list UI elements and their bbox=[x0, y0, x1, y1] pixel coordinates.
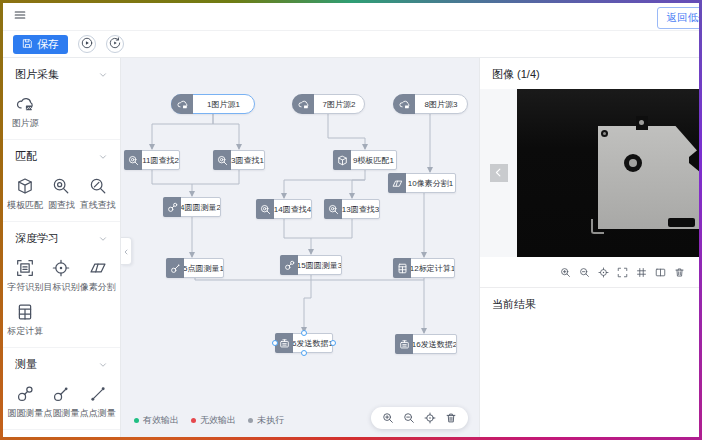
flow-node-label: 1图片源1 bbox=[193, 95, 254, 113]
section-header[interactable]: 深度学习 bbox=[3, 227, 120, 250]
flow-edge-7-9 bbox=[328, 114, 365, 149]
menu-icon[interactable] bbox=[13, 8, 27, 25]
flow-node-13[interactable]: 13圆查找3 bbox=[324, 199, 380, 219]
section-title: 匹配 bbox=[15, 149, 37, 164]
flow-node-10[interactable]: 10像素分割1 bbox=[388, 173, 456, 193]
compare-icon[interactable] bbox=[655, 267, 666, 278]
grid-icon[interactable] bbox=[636, 267, 647, 278]
tool-item-pixel-segment[interactable]: 像素分割 bbox=[80, 257, 116, 294]
trash-icon[interactable] bbox=[674, 267, 685, 278]
template-match-icon bbox=[16, 175, 34, 196]
top-bar: 返回低代码 bbox=[3, 3, 699, 31]
flow-edges bbox=[121, 58, 479, 437]
zoom-in-icon[interactable] bbox=[382, 412, 394, 424]
calibration-icon bbox=[16, 301, 34, 322]
tool-item-ocr[interactable]: 字符识别 bbox=[7, 257, 43, 294]
section-header[interactable]: 图片采集 bbox=[3, 63, 120, 86]
flow-edge-11-4 bbox=[152, 170, 192, 196]
selection-handle-3[interactable] bbox=[330, 340, 336, 346]
inspection-image[interactable] bbox=[517, 89, 699, 257]
current-result-title: 当前结果 bbox=[480, 288, 699, 321]
plate-center-ring bbox=[624, 154, 642, 172]
flow-node-label: 11圆查找2 bbox=[142, 151, 179, 169]
flow-node-8[interactable]: 8图片源3 bbox=[393, 94, 468, 114]
main-area: 图片采集图片源匹配模板匹配圆查找直线查找深度学习字符识别目标识别像素分割标定计算… bbox=[3, 58, 699, 437]
tool-item-template-match[interactable]: 模板匹配 bbox=[7, 175, 43, 212]
flow-node-7[interactable]: 7图片源2 bbox=[292, 94, 365, 114]
tool-item-label: 直线查找 bbox=[80, 199, 116, 212]
flow-node-3[interactable]: 3圆查找1 bbox=[213, 150, 265, 170]
chevron-left-icon bbox=[493, 166, 504, 181]
zoom-out-icon[interactable] bbox=[579, 267, 590, 278]
locate-icon[interactable] bbox=[598, 267, 609, 278]
flow-node-4[interactable]: 4圆圆测量2 bbox=[163, 197, 221, 217]
sidebar-section: 测量圆圆测量点圆测量点点测量 bbox=[3, 348, 120, 430]
zoom-out-icon[interactable] bbox=[403, 412, 415, 424]
status-legend: 有效输出无效输出未执行 bbox=[134, 414, 284, 427]
metal-plate bbox=[598, 126, 699, 229]
locate-icon[interactable] bbox=[424, 412, 436, 424]
tool-item-measure-pp[interactable]: 点点测量 bbox=[80, 383, 116, 420]
plate-bottom-notch bbox=[668, 218, 695, 227]
zoom-in-icon[interactable] bbox=[560, 267, 571, 278]
image-source-icon bbox=[16, 93, 34, 114]
flow-edge-1-11 bbox=[152, 114, 213, 149]
run-button[interactable] bbox=[78, 35, 96, 53]
selection-handle-0[interactable] bbox=[301, 330, 307, 336]
plate-top-bracket bbox=[636, 116, 648, 130]
tool-item-label: 点圆测量 bbox=[43, 407, 79, 420]
object-detect-icon bbox=[52, 257, 70, 278]
image-source-icon bbox=[292, 94, 314, 114]
flow-node-14[interactable]: 14圆查找4 bbox=[256, 199, 312, 219]
run-once-button[interactable] bbox=[106, 35, 124, 53]
flow-node-9[interactable]: 9模板匹配1 bbox=[333, 150, 397, 170]
tool-item-measure-cc[interactable]: 圆圆测量 bbox=[7, 383, 43, 420]
selection-handle-2[interactable] bbox=[272, 340, 278, 346]
image-source-icon bbox=[393, 94, 415, 114]
section-items: 字符识别目标识别像素分割标定计算 bbox=[3, 250, 120, 338]
flow-node-label: 16发送数据2 bbox=[413, 335, 456, 353]
flow-node-16[interactable]: 16发送数据2 bbox=[395, 334, 457, 354]
tool-item-label: 字符识别 bbox=[7, 281, 43, 294]
selection-handle-1[interactable] bbox=[301, 350, 307, 356]
fullscreen-icon[interactable] bbox=[617, 267, 628, 278]
sidebar-section: 深度学习字符识别目标识别像素分割标定计算 bbox=[3, 222, 120, 348]
sidebar-collapse-handle[interactable] bbox=[121, 237, 132, 265]
section-items: 圆圆测量点圆测量点点测量 bbox=[3, 376, 120, 420]
flow-edge-9-13 bbox=[352, 180, 365, 198]
tool-item-measure-pc[interactable]: 点圆测量 bbox=[43, 383, 79, 420]
collapse-icon bbox=[122, 242, 130, 260]
section-title: 深度学习 bbox=[15, 231, 59, 246]
section-header[interactable]: 匹配 bbox=[3, 145, 120, 168]
canvas-zoom-controls bbox=[371, 407, 468, 429]
image-nav-strip bbox=[480, 89, 517, 257]
flow-node-12[interactable]: 12标定计算1 bbox=[393, 258, 455, 278]
flow-node-15[interactable]: 15圆圆测量3 bbox=[280, 255, 342, 275]
tool-item-circle-find[interactable]: 圆查找 bbox=[43, 175, 79, 212]
flow-node-11[interactable]: 11圆查找2 bbox=[124, 150, 180, 170]
tool-item-calibration[interactable]: 标定计算 bbox=[7, 301, 43, 338]
legend-label: 未执行 bbox=[257, 414, 284, 427]
section-header[interactable]: 通信 bbox=[3, 435, 120, 437]
legend-item: 无效输出 bbox=[191, 414, 236, 427]
flow-node-label: 4圆圆测量2 bbox=[181, 198, 220, 216]
save-button[interactable]: 保存 bbox=[13, 35, 68, 54]
prev-image-button[interactable] bbox=[490, 164, 508, 182]
flow-edge-15-6 bbox=[304, 275, 311, 332]
flow-canvas[interactable]: 有效输出无效输出未执行 1图片源17图片源28图片源311圆查找23圆查找19模… bbox=[121, 58, 479, 437]
circle-find-icon bbox=[324, 199, 342, 219]
measure-cc-icon bbox=[163, 197, 181, 217]
flow-node-5[interactable]: 5点圆测量1 bbox=[166, 258, 224, 278]
tool-item-image-source[interactable]: 图片源 bbox=[7, 93, 43, 130]
back-to-lowcode-button[interactable]: 返回低代码 bbox=[657, 7, 700, 29]
trash-icon[interactable] bbox=[445, 412, 457, 424]
tool-item-object-detect[interactable]: 目标识别 bbox=[43, 257, 79, 294]
legend-item: 未执行 bbox=[248, 414, 284, 427]
tool-item-label: 模板匹配 bbox=[7, 199, 43, 212]
legend-dot bbox=[191, 418, 196, 423]
flow-node-label: 12标定计算1 bbox=[411, 259, 454, 277]
flow-node-1[interactable]: 1图片源1 bbox=[171, 94, 255, 114]
tool-item-line-find[interactable]: 直线查找 bbox=[80, 175, 116, 212]
section-header[interactable]: 测量 bbox=[3, 353, 120, 376]
flow-edge-13-15 bbox=[311, 219, 352, 238]
